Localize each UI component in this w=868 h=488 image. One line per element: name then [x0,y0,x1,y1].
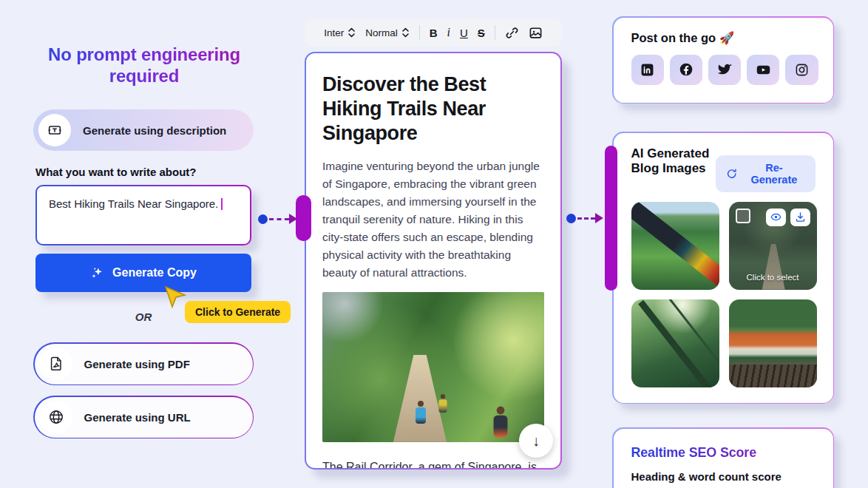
youtube-icon [756,62,771,78]
generated-image-railway-station[interactable] [729,299,817,387]
cursor-arrow-icon [163,285,188,313]
image-icon [529,26,543,40]
twitter-icon [717,62,732,77]
ai-images-title: AI Generated Blog Images [631,146,716,176]
regenerate-button[interactable]: Re-Generate [716,155,816,192]
document-panel: Discover the Best Hiking Trails Near Sin… [305,52,562,470]
insert-image-button[interactable] [529,26,543,40]
pdf-icon [40,348,72,380]
tracks-shape [729,365,817,387]
topic-input-value: Best Hiking Trails Near Singapore. [49,197,218,210]
hiker-figure [438,394,447,413]
paragraph-style-value: Normal [365,27,398,38]
document-title: Discover the Best Hiking Trails Near Sin… [322,72,544,146]
paragraph-style-select[interactable]: Normal [365,27,410,38]
text-field-icon [38,114,71,146]
facebook-icon [679,62,694,77]
seo-card-title: Realtime SEO Score [631,445,816,461]
linkedin-icon [640,63,654,77]
generate-pdf-label: Generate using PDF [84,358,190,370]
generate-url-pill[interactable]: Generate using URL [33,396,254,438]
twitter-button[interactable] [708,55,741,85]
scroll-down-button[interactable]: ↓ [519,424,553,458]
toolbar-divider [419,25,420,40]
topic-input-border: Best Hiking Trails Near Singapore. [35,185,251,245]
social-icons-row [631,55,818,85]
font-select[interactable]: Inter [324,27,356,38]
post-card-title: Post on the go 🚀 [631,31,818,45]
connector-dashes [269,218,289,220]
sparkles-icon [90,265,105,280]
link-icon [505,26,519,40]
ai-images-card: AI Generated Blog Images Re-Generate [612,132,834,404]
click-to-generate-tooltip: Click to Generate [185,301,291,323]
select-checkbox[interactable] [736,209,750,223]
train-shape [631,202,719,286]
page-title: No prompt engineering required [28,44,260,87]
bold-button[interactable]: B [430,27,438,38]
hiker-figure [494,406,508,437]
globe-icon [40,401,72,433]
document-hero-image [322,292,544,442]
editor-highlight-bar [296,195,311,241]
editor-toolbar: Inter Normal B i U S [305,18,562,47]
refresh-icon [726,168,737,180]
generate-copy-button[interactable]: Generate Copy [35,254,251,292]
toolbar-divider [495,25,495,40]
underline-button[interactable]: U [460,27,468,38]
generated-image-canopy-bridge[interactable] [631,299,719,387]
images-highlight-bar [605,146,617,291]
preview-button[interactable] [766,209,786,226]
instagram-button[interactable] [785,55,818,85]
download-icon [795,211,806,223]
connector-dot [258,214,268,224]
strikethrough-button[interactable]: S [478,27,485,38]
document-paragraph: Imagine venturing beyond the urban jungl… [322,157,544,282]
page: No prompt engineering required Generate … [0,0,868,488]
generate-description-pill[interactable]: Generate using description [33,109,254,151]
eye-icon [770,211,781,223]
chevron-updown-icon [347,27,356,38]
generated-image-train[interactable] [631,202,719,290]
download-button[interactable] [790,209,810,226]
document-clipped-line: The Rail Corridor, a gem of Singapore, i… [322,461,544,468]
arrow-down-icon: ↓ [532,433,540,450]
connector-dot [566,214,576,223]
generate-copy-label: Generate Copy [112,266,197,279]
generated-image-forest-trail[interactable]: Click to select [729,202,817,290]
link-button[interactable] [505,26,519,40]
linkedin-button[interactable] [631,55,664,85]
document-editor[interactable]: Discover the Best Hiking Trails Near Sin… [306,53,560,468]
connector-arrowhead-icon [595,213,603,223]
post-on-the-go-card: Post on the go 🚀 [612,16,834,104]
text-caret [221,198,223,210]
generate-url-label: Generate using URL [84,411,191,424]
input-label: What you want to write about? [35,166,197,178]
hiker-figure [416,401,426,424]
connector-dashes [577,217,595,220]
generate-pdf-pill[interactable]: Generate using PDF [33,342,254,385]
seo-card-subtitle: Heading & word count score [631,470,816,483]
regenerate-label: Re-Generate [743,162,804,186]
font-select-value: Inter [324,27,344,38]
generated-images-grid: Click to select [631,202,816,387]
click-to-select-label: Click to select [729,273,817,282]
facebook-button[interactable] [670,55,702,85]
generate-description-label: Generate using description [83,124,226,137]
italic-button[interactable]: i [447,27,450,38]
chevron-updown-icon [401,27,410,38]
youtube-button[interactable] [747,55,779,85]
seo-score-card: Realtime SEO Score Heading & word count … [612,427,834,488]
instagram-icon [795,63,809,77]
topic-input[interactable]: Best Hiking Trails Near Singapore. [37,186,250,244]
